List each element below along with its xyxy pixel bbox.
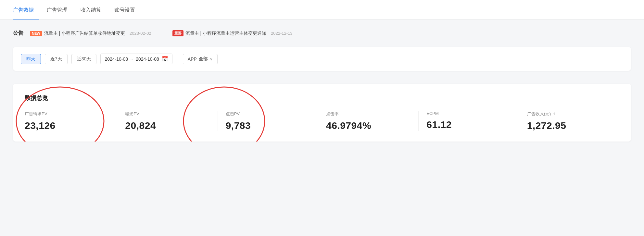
app-filter-dropdown[interactable]: APP 全部 ∨ xyxy=(183,54,218,64)
ann-separator xyxy=(162,30,162,37)
stat-item-ecpm: ECPM 61.12 xyxy=(426,111,519,131)
date-end: 2024-10-08 xyxy=(136,56,159,62)
stat-value-ad-request-pv: 23,126 xyxy=(25,120,109,131)
nav-item-income[interactable]: 收入结算 xyxy=(81,7,107,19)
nav-item-ad-manage[interactable]: 广告管理 xyxy=(47,7,73,19)
app-filter-label: APP xyxy=(188,56,197,62)
stat-value-ecpm: 61.12 xyxy=(426,119,511,130)
stat-label-ad-request-pv: 广告请求PV xyxy=(25,111,109,117)
app-container: 广告数据 广告管理 收入结算 账号设置 公告 NEW 流量主 | 小程序广告结算… xyxy=(0,0,644,236)
announcement-label: 公告 xyxy=(13,30,23,37)
announcement-bar: 公告 NEW 流量主 | 小程序广告结算单收件地址变更 2023-02-02 重… xyxy=(13,30,631,37)
info-icon[interactable]: ℹ xyxy=(553,112,555,116)
stat-label-ecpm: ECPM xyxy=(426,111,511,116)
nav-item-ad-data[interactable]: 广告数据 xyxy=(13,7,39,19)
announcement-item-2[interactable]: 重要 流量主 | 小程序流量主运营主体变更通知 2022-12-13 xyxy=(172,30,293,36)
stat-item-exposure-pv: 曝光PV 20,824 xyxy=(125,111,218,131)
date-start: 2024-10-08 xyxy=(105,56,128,62)
calendar-icon: 📅 xyxy=(162,56,168,62)
app-filter-value: 全部 xyxy=(199,56,208,62)
stat-value-ad-revenue: 1,272.95 xyxy=(527,120,612,131)
ann-date-2: 2022-12-13 xyxy=(271,31,293,36)
stat-value-click-pv: 9,783 xyxy=(226,120,310,131)
stat-label-ad-revenue: 广告收入(元) ℹ xyxy=(527,111,612,117)
ann-text-2: 流量主 | 小程序流量主运营主体变更通知 xyxy=(185,31,266,36)
ann-date-1: 2023-02-02 xyxy=(130,31,151,36)
filter-btn-yesterday[interactable]: 昨天 xyxy=(21,54,41,64)
announcement-item-1[interactable]: NEW 流量主 | 小程序广告结算单收件地址变更 2023-02-02 xyxy=(30,31,151,36)
date-separator: ~ xyxy=(131,56,133,62)
date-range-picker[interactable]: 2024-10-08 ~ 2024-10-08 📅 xyxy=(100,54,172,64)
filter-bar: 昨天 近7天 近30天 2024-10-08 ~ 2024-10-08 📅 AP… xyxy=(13,47,631,71)
main-content: 公告 NEW 流量主 | 小程序广告结算单收件地址变更 2023-02-02 重… xyxy=(0,19,644,152)
stat-value-click-rate: 46.9794% xyxy=(326,120,410,131)
badge-important: 重要 xyxy=(172,30,183,36)
filter-btn-30days[interactable]: 近30天 xyxy=(71,54,97,64)
stat-label-exposure-pv: 曝光PV xyxy=(125,111,209,117)
stat-item-click-rate: 点击率 46.9794% xyxy=(326,111,419,131)
badge-new: NEW xyxy=(30,31,42,36)
chevron-down-icon: ∨ xyxy=(210,57,213,61)
stat-item-click-pv: 点击PV 9,783 xyxy=(226,111,318,131)
top-nav: 广告数据 广告管理 收入结算 账号设置 xyxy=(0,0,644,19)
stats-title: 数据总览 xyxy=(25,94,619,102)
nav-item-account[interactable]: 账号设置 xyxy=(114,7,140,19)
stat-label-click-pv: 点击PV xyxy=(226,111,310,117)
stats-grid: 广告请求PV 23,126 曝光PV 20,824 点击PV 9,783 点击率… xyxy=(25,111,619,131)
stats-section: 数据总览 广告请求PV 23,126 曝光PV 20,824 点击PV 9,78… xyxy=(13,84,631,142)
filter-btn-7days[interactable]: 近7天 xyxy=(45,54,68,64)
stat-item-ad-request-pv: 广告请求PV 23,126 xyxy=(25,111,117,131)
ann-text-1: 流量主 | 小程序广告结算单收件地址变更 xyxy=(44,31,125,36)
stat-item-ad-revenue: 广告收入(元) ℹ 1,272.95 xyxy=(527,111,619,131)
stat-value-exposure-pv: 20,824 xyxy=(125,120,209,131)
stat-label-click-rate: 点击率 xyxy=(326,111,410,117)
